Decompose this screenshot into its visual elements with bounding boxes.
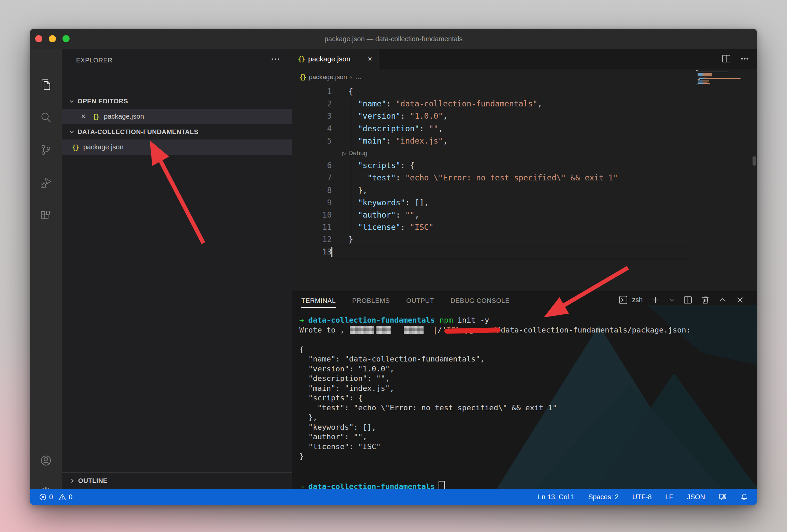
status-cursor-position[interactable]: Ln 13, Col 1 xyxy=(538,493,575,501)
minimap[interactable] xyxy=(696,70,748,87)
code-line[interactable]: 12} xyxy=(292,233,757,246)
title-bar: package.json — data-collection-fundament… xyxy=(30,29,757,49)
explorer-icon[interactable] xyxy=(40,78,52,91)
terminal-row: Wrote to , |/'IPlayground/data-collectio… xyxy=(299,325,754,335)
views-more-actions-icon[interactable]: ⋯ xyxy=(271,53,280,64)
terminal-profile-icon[interactable] xyxy=(619,295,628,305)
line-number: 10 xyxy=(311,209,332,221)
terminal-row: "name": "data-collection-fundamentals", xyxy=(299,354,754,364)
warning-triangle-icon xyxy=(58,493,66,501)
status-indentation[interactable]: Spaces: 2 xyxy=(588,493,619,501)
desktop-background: package.json — data-collection-fundament… xyxy=(0,0,787,532)
search-icon[interactable] xyxy=(40,111,52,124)
panel-actions: zsh xyxy=(619,295,745,305)
launch-profile-chevron-icon[interactable] xyxy=(668,295,675,305)
code-line[interactable]: 11 "license": "ISC" xyxy=(292,221,757,233)
new-terminal-icon[interactable] xyxy=(651,295,660,305)
code-line[interactable]: 5 "main": "index.js", xyxy=(292,135,757,147)
redacted-path: IPlayground xyxy=(446,326,496,334)
terminal-row: "author": "", xyxy=(299,432,754,442)
code-line[interactable]: 4 "description": "", xyxy=(292,122,757,135)
extensions-icon[interactable] xyxy=(40,210,52,222)
problems-status[interactable]: 0 0 xyxy=(30,493,72,501)
breadcrumb[interactable]: {} package.json › … xyxy=(292,69,757,85)
terminal-row: → data-collection-fundamentals npm init … xyxy=(299,315,754,325)
tree-item-package-json[interactable]: {} package.json xyxy=(62,139,292,155)
minimap-line xyxy=(698,73,713,74)
bottom-panel: TERMINAL PROBLEMS OUTPUT DEBUG CONSOLE z… xyxy=(292,291,757,489)
scrollbar-thumb[interactable] xyxy=(753,156,756,166)
explorer-sidebar: EXPLORER ⋯ OPEN EDITORS ✕ {} package.jso… xyxy=(62,49,292,489)
tab-output[interactable]: OUTPUT xyxy=(406,293,434,309)
sidebar-header: EXPLORER ⋯ xyxy=(62,49,292,73)
line-number: 9 xyxy=(311,196,332,209)
notifications-bell-icon[interactable] xyxy=(740,493,748,501)
json-file-icon: {} xyxy=(92,113,99,120)
sidebar-title: EXPLORER xyxy=(76,57,113,64)
json-file-icon: {} xyxy=(299,73,306,81)
code-line[interactable]: 8 }, xyxy=(292,184,757,196)
close-panel-icon[interactable] xyxy=(735,295,745,305)
terminal-content[interactable]: → data-collection-fundamentals npm init … xyxy=(299,315,754,489)
code-line[interactable]: 10 "author": "", xyxy=(292,209,757,221)
minimap-line xyxy=(698,82,708,83)
chevron-right-icon xyxy=(69,478,75,484)
editor-more-actions-icon[interactable] xyxy=(740,54,749,63)
open-editors-section-header[interactable]: OPEN EDITORS xyxy=(62,93,292,109)
minimap-line xyxy=(698,83,710,84)
text-cursor xyxy=(331,247,332,257)
error-count: 0 xyxy=(49,493,53,501)
play-icon: ▷ xyxy=(342,150,346,156)
terminal-row: } xyxy=(299,452,754,461)
terminal-row: "description": "", xyxy=(299,374,754,384)
close-tab-icon[interactable]: ✕ xyxy=(368,56,372,63)
code-line[interactable]: 6 "scripts": { xyxy=(292,159,757,172)
terminal-cursor xyxy=(439,481,445,489)
terminal-row xyxy=(299,335,754,345)
minimap-line xyxy=(698,75,713,76)
editor-group: {} package.json ✕ {} package.json › … 1{… xyxy=(292,49,757,291)
workspace-section-header[interactable]: DATA-COLLECTION-FUNDAMENTALS xyxy=(62,124,292,139)
tab-problems[interactable]: PROBLEMS xyxy=(352,293,390,309)
split-terminal-icon[interactable] xyxy=(683,295,692,305)
code-line[interactable]: 2 "name": "data-collection-fundamentals"… xyxy=(292,98,757,110)
window-title: package.json — data-collection-fundament… xyxy=(30,29,757,49)
feedback-icon[interactable] xyxy=(719,493,727,501)
terminal-row xyxy=(299,471,754,481)
outline-section-header[interactable]: OUTLINE xyxy=(62,472,292,489)
code-editor[interactable]: 1{2 "name": "data-collection-fundamental… xyxy=(292,85,757,291)
line-number: 11 xyxy=(311,221,332,233)
source-control-icon[interactable] xyxy=(40,144,52,156)
line-number: 6 xyxy=(311,159,332,172)
terminal-row: }, xyxy=(299,413,754,423)
tab-bar: {} package.json ✕ xyxy=(292,49,757,69)
code-line[interactable]: 1{ xyxy=(292,85,757,98)
codelens-debug[interactable]: ▷Debug xyxy=(292,147,757,159)
tab-terminal[interactable]: TERMINAL xyxy=(301,293,336,309)
terminal-row: "main": "index.js", xyxy=(299,384,754,394)
shell-label: zsh xyxy=(632,296,643,304)
close-editor-icon[interactable]: ✕ xyxy=(81,113,86,120)
minimap-line xyxy=(699,78,741,79)
code-line[interactable]: 3 "version": "1.0.0", xyxy=(292,110,757,122)
accounts-icon[interactable] xyxy=(40,454,52,467)
code-line[interactable]: 9 "keywords": [], xyxy=(292,196,757,209)
run-and-debug-icon[interactable] xyxy=(40,177,52,189)
status-encoding[interactable]: UTF-8 xyxy=(632,493,652,501)
code-line[interactable]: 7 "test": "echo \"Error: no test specifi… xyxy=(292,172,757,184)
status-eol[interactable]: LF xyxy=(665,493,673,501)
tab-debug-console[interactable]: DEBUG CONSOLE xyxy=(450,293,510,309)
split-editor-icon[interactable] xyxy=(721,54,731,63)
open-editor-item-package-json[interactable]: ✕ {} package.json xyxy=(62,109,292,124)
chevron-down-icon xyxy=(69,98,75,104)
status-language-mode[interactable]: JSON xyxy=(687,493,705,501)
line-number: 1 xyxy=(311,85,332,98)
minimap-line xyxy=(696,86,698,86)
maximize-panel-icon[interactable] xyxy=(718,295,727,305)
tab-package-json[interactable]: {} package.json ✕ xyxy=(292,49,379,69)
breadcrumb-separator: › xyxy=(350,74,352,80)
line-number: 7 xyxy=(311,172,332,184)
minimap-line xyxy=(698,80,710,81)
terminal-row: "scripts": { xyxy=(299,393,754,403)
kill-terminal-trash-icon[interactable] xyxy=(701,295,710,305)
